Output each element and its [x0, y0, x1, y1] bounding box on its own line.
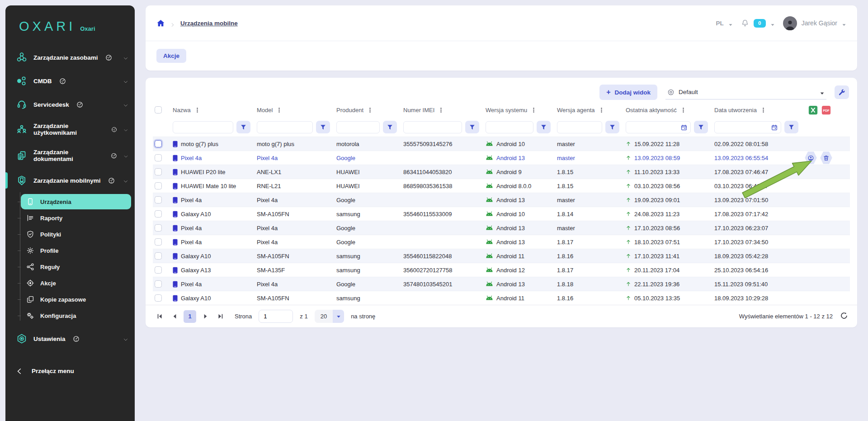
caret-down-icon[interactable]: [770, 21, 775, 25]
row-checkbox[interactable]: [155, 196, 162, 203]
table-row[interactable]: Galaxy A10SM-A105FNsamsung35546011582204…: [153, 249, 850, 263]
row-checkbox[interactable]: [155, 168, 162, 175]
filter-button-name[interactable]: [236, 121, 250, 133]
device-name: moto g(7) plus: [181, 141, 218, 147]
export-pdf-button[interactable]: PDF: [821, 105, 831, 115]
current-page-button[interactable]: 1: [184, 310, 196, 323]
row-checkbox-cell: [153, 280, 173, 288]
row-checkbox[interactable]: [155, 266, 162, 274]
avatar[interactable]: [783, 16, 797, 30]
sidebar-item-zarzadzanie-mobilnymi[interactable]: Zarządzanie mobilnymi: [5, 169, 135, 192]
column-header-producer[interactable]: Produdent: [336, 107, 403, 114]
sidebar-item-ustawienia[interactable]: Ustawienia: [5, 327, 135, 350]
table-row[interactable]: Pixel 4aPixel 4aGoogle357480103545201And…: [153, 277, 850, 291]
filter-button-agent[interactable]: [605, 121, 619, 133]
menu-toggle-label: Przełącz menu: [32, 368, 74, 374]
sidebar-item-label: Zarządzanie dokumentami: [33, 149, 104, 162]
prev-page-button[interactable]: [169, 311, 180, 322]
page-size-selector[interactable]: 20: [315, 310, 344, 323]
row-checkbox[interactable]: [155, 182, 162, 189]
filter-button-model[interactable]: [316, 121, 330, 133]
filter-input-name[interactable]: [173, 122, 233, 133]
table-row[interactable]: Galaxy A13SM-A135Fsamsung356002720127758…: [153, 263, 850, 277]
filter-input-agent[interactable]: [557, 122, 602, 133]
cell-value: RNE-L21: [257, 183, 281, 189]
sidebar-item-kopie-zapasowe[interactable]: Kopie zapasowe: [21, 292, 131, 307]
row-checkbox[interactable]: [155, 294, 162, 302]
export-excel-button[interactable]: [808, 105, 818, 115]
column-header-model[interactable]: Model: [257, 107, 336, 114]
filter-button-os[interactable]: [537, 121, 551, 133]
table-row[interactable]: Galaxy A10SM-A105FNsamsungAndroid 111.8.…: [153, 291, 850, 305]
row-checkbox[interactable]: [155, 238, 162, 246]
language-selector[interactable]: PL: [716, 20, 723, 27]
sidebar-subitem-label: Konfiguracja: [40, 312, 76, 319]
cell-value: 03.10.2023 06:46:27: [714, 183, 768, 189]
row-checkbox[interactable]: [155, 280, 162, 288]
notifications-badge[interactable]: 0: [754, 19, 766, 28]
sidebar-item-konfiguracja[interactable]: Konfiguracja: [21, 308, 131, 323]
sidebar-item-zarzadzanie-uzytkownikami[interactable]: Zarządzanie użytkownikami: [5, 116, 135, 142]
android-icon: [486, 197, 493, 203]
home-icon[interactable]: [156, 19, 165, 28]
column-header-name[interactable]: Nazwa: [173, 107, 257, 114]
column-header-os[interactable]: Wersja systemu: [486, 107, 557, 114]
filter-cell-producer: [336, 121, 403, 133]
filter-button-imei[interactable]: [465, 121, 479, 133]
table-row[interactable]: Galaxy A10SM-A105FNsamsung35546011553300…: [153, 207, 850, 221]
column-header-agent[interactable]: Wersja agenta: [557, 107, 626, 114]
view-selector[interactable]: Default: [665, 85, 826, 99]
sidebar-item-servicedesk[interactable]: Servicedesk: [5, 93, 135, 116]
filter-button-created[interactable]: [784, 121, 798, 133]
filter-cell-imei: [403, 121, 486, 133]
cell-value: SM-A105FN: [257, 253, 289, 260]
sidebar-item-urzadzenia[interactable]: Urządzenia: [21, 194, 131, 209]
table-row[interactable]: Pixel 4aPixel 4aGoogleAndroid 13master13…: [153, 151, 850, 165]
next-page-button[interactable]: [199, 311, 211, 322]
bell-icon[interactable]: [741, 19, 749, 27]
filter-button-last_activity[interactable]: [694, 121, 708, 133]
configure-columns-button[interactable]: [835, 85, 849, 99]
sidebar-item-zarzadzanie-zasobami[interactable]: Zarządzanie zasobami: [5, 46, 135, 69]
add-view-button[interactable]: + Dodaj widok: [599, 85, 657, 100]
cell-last-activity: 20.11.2023 17:04: [626, 267, 714, 274]
sidebar-item-raporty[interactable]: Raporty: [21, 210, 131, 226]
breadcrumb-current[interactable]: Urządzenia mobilne: [180, 20, 238, 27]
table-row[interactable]: Pixel 4aPixel 4aGoogleAndroid 13master17…: [153, 221, 850, 235]
sidebar-item-akcje[interactable]: Akcje: [21, 275, 131, 291]
row-checkbox[interactable]: [155, 224, 162, 232]
filter-input-model[interactable]: [257, 122, 312, 133]
filter-input-producer[interactable]: [337, 122, 379, 133]
refresh-button[interactable]: [839, 312, 849, 322]
table-row[interactable]: Pixel 4aPixel 4aGoogleAndroid 131.8.1718…: [153, 235, 850, 249]
row-checkbox[interactable]: [155, 154, 162, 161]
delete-button[interactable]: [820, 151, 832, 165]
caret-down-icon[interactable]: [842, 21, 846, 25]
column-header-imei[interactable]: Numer IMEI: [403, 107, 486, 114]
column-header-created[interactable]: Data utworzenia: [714, 107, 805, 114]
table-row[interactable]: moto g(7) plusmoto g(7) plusmotorola3555…: [153, 137, 850, 151]
table-row[interactable]: HUAWEI P20 liteANE-LX1HUAWEI863411044053…: [153, 165, 850, 179]
row-checkbox[interactable]: [155, 252, 162, 260]
sidebar-item-polityki[interactable]: Polityki: [21, 227, 131, 242]
filter-input-os[interactable]: [486, 122, 533, 133]
row-checkbox[interactable]: [155, 140, 162, 147]
first-page-button[interactable]: [154, 311, 165, 322]
row-checkbox[interactable]: [155, 210, 162, 218]
menu-toggle[interactable]: Przełącz menu: [5, 358, 135, 384]
table-row[interactable]: Pixel 4aPixel 4aGoogleAndroid 13master19…: [153, 193, 850, 207]
preview-button[interactable]: [805, 151, 817, 165]
page-input[interactable]: [259, 310, 293, 323]
filter-button-producer[interactable]: [383, 121, 397, 133]
user-name[interactable]: Jarek Gąsior: [802, 19, 837, 27]
sidebar-item-cmdb[interactable]: CMDB: [5, 69, 135, 93]
select-all-checkbox[interactable]: [155, 106, 162, 114]
actions-button[interactable]: Akcje: [156, 49, 186, 63]
sidebar-item-zarzadzanie-dokumentami[interactable]: Zarządzanie dokumentami: [5, 142, 135, 169]
filter-input-imei[interactable]: [404, 122, 462, 133]
column-header-last_activity[interactable]: Ostatnia aktywność: [626, 107, 714, 114]
last-page-button[interactable]: [214, 311, 226, 322]
table-row[interactable]: HUAWEI Mate 10 liteRNE-L21HUAWEI86859803…: [153, 179, 850, 193]
sidebar-item-profile[interactable]: Profile: [21, 243, 131, 258]
sidebar-item-reguly[interactable]: Reguły: [21, 259, 131, 274]
